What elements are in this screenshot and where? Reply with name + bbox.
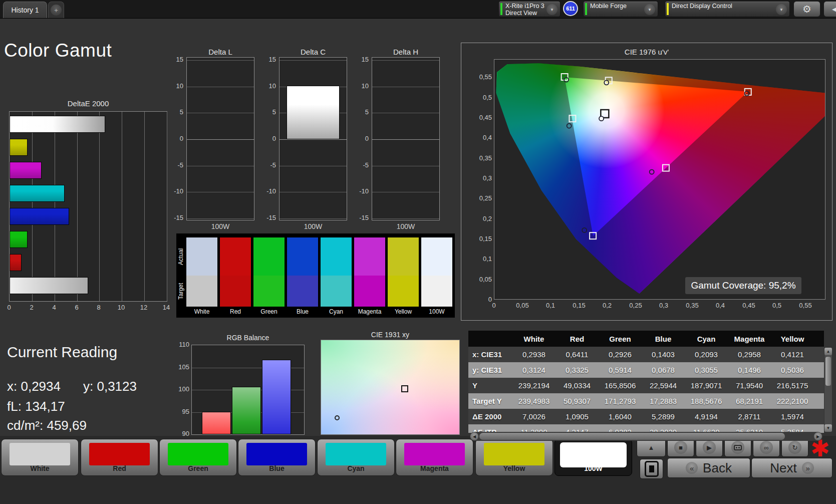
- meter-dropdown[interactable]: X-Rite i1Pro 3 Direct View ▼: [498, 1, 561, 17]
- gridline: [187, 60, 254, 61]
- chevron-down-icon: ▼: [546, 4, 558, 15]
- next-label: Next: [770, 460, 796, 476]
- table-cell: 171,2793: [599, 397, 642, 405]
- play-icon: ▶: [703, 441, 716, 454]
- table-vertical-scrollbar[interactable]: ▲ ▼: [824, 348, 832, 432]
- target-row-label: Target: [176, 276, 185, 307]
- pattern-button-blue[interactable]: Blue: [238, 439, 316, 476]
- gridline: [372, 218, 439, 219]
- scroll-right-icon[interactable]: ▶: [814, 432, 822, 440]
- delta-bar: [287, 86, 340, 139]
- measurement-table: WhiteRedGreenBlueCyanMagentaYellowx: CIE…: [468, 331, 824, 433]
- top-bar: History 1 + X-Rite i1Pro 3 Direct View ▼…: [0, 0, 836, 19]
- pattern-color-swatch: [404, 443, 465, 465]
- target-swatch-blue: [287, 276, 318, 307]
- actual-swatch-white: [186, 237, 217, 276]
- source-dropdown[interactable]: Mobile Forge ▼: [583, 1, 658, 17]
- actual-swatch-magenta: [354, 237, 385, 276]
- gridline: [280, 218, 347, 219]
- pattern-button-label: White: [2, 464, 78, 472]
- pattern-button-magenta[interactable]: Magenta: [396, 439, 473, 476]
- table-cell: 187,9071: [685, 381, 728, 390]
- pattern-button-red[interactable]: Red: [81, 439, 158, 476]
- delta-x-label: 100W: [186, 222, 254, 230]
- reading-y: y: 0,3123: [83, 379, 137, 394]
- target-swatch-green: [253, 276, 285, 307]
- pattern-button-yellow[interactable]: Yellow: [475, 439, 553, 476]
- page-title: Color Gamut: [4, 40, 112, 61]
- stop-icon: ■: [674, 441, 687, 454]
- gridline: [280, 192, 347, 192]
- y-tick-label: -5: [261, 161, 276, 169]
- actual-swatch-green: [253, 237, 285, 276]
- scroll-up-icon[interactable]: ▲: [824, 348, 832, 355]
- collapse-panel-button[interactable]: ◀: [823, 1, 836, 17]
- refresh-icon: ↻: [788, 441, 801, 454]
- meter-count-badge[interactable]: 611: [563, 1, 578, 16]
- tab-history-1[interactable]: History 1: [3, 2, 47, 18]
- y-tick-label: -15: [168, 214, 183, 221]
- scroll-left-icon[interactable]: ◀: [470, 432, 478, 440]
- actual-swatch-cyan: [321, 237, 352, 276]
- table-cell: 0,5036: [771, 366, 814, 374]
- scroll-down-icon[interactable]: ▼: [824, 424, 832, 432]
- cie-x-tick: 0,3: [654, 302, 674, 309]
- x-tick-label: 10: [114, 304, 128, 311]
- x-tick-label: 14: [159, 304, 173, 311]
- plus-icon: +: [51, 5, 62, 16]
- table-horizontal-scrollbar[interactable]: ◀ ▶: [470, 432, 822, 441]
- workflow-dropdown[interactable]: Direct Display Control ▼: [665, 1, 790, 17]
- y-tick-label: -10: [261, 187, 276, 195]
- gridline: [280, 166, 347, 166]
- white-target-marker: [401, 385, 408, 392]
- pattern-window-button[interactable]: [640, 459, 663, 479]
- back-icon: «: [686, 462, 698, 474]
- pattern-button-label: Blue: [238, 464, 315, 472]
- y-tick-label: -5: [168, 161, 183, 169]
- actual-marker-magenta: [650, 170, 654, 174]
- pattern-button-100w[interactable]: 100W: [554, 439, 632, 476]
- delta-x-label: 100W: [372, 222, 440, 230]
- row-label: Y: [468, 381, 512, 390]
- workflow-status-indicator: [667, 3, 669, 15]
- source-name: Mobile Forge: [590, 3, 627, 10]
- collapse-left-icon: ◀: [832, 5, 836, 13]
- pattern-color-swatch: [168, 443, 228, 465]
- column-header-red: Red: [555, 335, 599, 343]
- back-button[interactable]: « Back: [667, 458, 750, 478]
- reading-x: x: 0,2934: [7, 379, 61, 394]
- table-cell: 0,2958: [728, 350, 771, 359]
- cie-y-tick: 0,05: [470, 276, 492, 283]
- rgb-bar-green: [232, 387, 261, 434]
- pattern-button-white[interactable]: White: [1, 439, 79, 476]
- column-header-white: White: [512, 335, 555, 343]
- cie-x-tick: 0,35: [682, 302, 702, 309]
- chevron-down-icon: ▼: [644, 4, 655, 15]
- y-tick-label: 10: [261, 82, 276, 90]
- y-tick-label: -15: [261, 214, 276, 221]
- target-swatch-cyan: [321, 276, 352, 307]
- next-icon: »: [802, 462, 814, 474]
- settings-button[interactable]: ⚙: [793, 1, 820, 17]
- cie-x-tick: 0: [484, 302, 504, 309]
- cie-y-tick: 0,2: [470, 215, 492, 222]
- horizontal-scroll-thumb[interactable]: [479, 433, 785, 440]
- rgb-balance-title: RGB Balance: [191, 334, 305, 342]
- table-row: Y239,219449,0334165,850622,5944187,90717…: [468, 378, 824, 393]
- pattern-button-cyan[interactable]: Cyan: [317, 439, 395, 476]
- x-tick-label: 4: [47, 304, 61, 311]
- table-cell: 22,5944: [642, 381, 685, 390]
- add-tab-button[interactable]: +: [48, 2, 64, 18]
- gridline: [372, 60, 439, 61]
- gridline: [187, 139, 254, 140]
- delta-c-chart: [279, 57, 347, 220]
- y-tick-label: 15: [168, 56, 183, 63]
- table-cell: 17,2883: [642, 397, 685, 405]
- y-tick-label: 15: [354, 56, 369, 63]
- pattern-button-label: Yellow: [476, 464, 552, 472]
- cie-y-tick: 0,15: [470, 235, 492, 242]
- vertical-scroll-thumb[interactable]: [825, 357, 831, 386]
- table-cell: 4,9194: [685, 412, 728, 421]
- gridline: [55, 112, 55, 301]
- pattern-button-green[interactable]: Green: [159, 439, 237, 476]
